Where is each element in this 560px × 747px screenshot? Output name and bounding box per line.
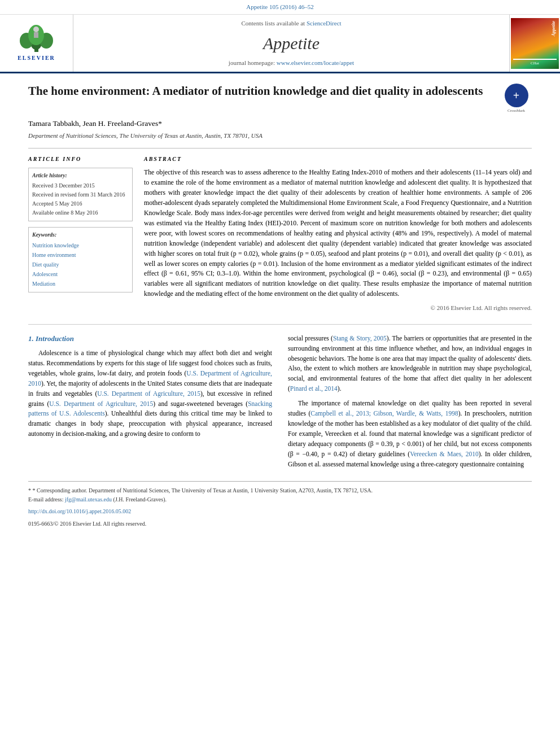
campbell-link[interactable]: Campbell et al., 2013; Gibson, Wardle, &… [310,410,458,417]
keyword-adolescent: Adolescent [32,269,129,279]
received-date: Received 3 December 2015 [32,181,129,190]
homepage-link[interactable]: www.elsevier.com/locate/appet [277,59,354,66]
keywords-label: Keywords: [32,231,129,239]
svg-rect-6 [34,32,38,38]
sciencedirect-link[interactable]: ScienceDirect [307,20,342,27]
keyword-diet: Diet quality [32,260,129,269]
elsevier-tree-icon [15,25,58,53]
crossmark-symbol: + [513,88,519,103]
page-wrapper: Appetite 105 (2016) 46–52 ELSEVIER Conte… [0,0,560,534]
homepage-line: journal homepage: www.elsevier.com/locat… [229,59,354,67]
journal-reference-bar: Appetite 105 (2016) 46–52 [0,0,560,15]
intro-left-column: 1. Introduction Adolescence is a time of… [28,334,272,470]
journal-header: ELSEVIER Contents lists available at Sci… [0,15,560,73]
article-info-label: Article Info [28,155,133,163]
crossmark-badge[interactable]: + CrossMark [501,84,532,114]
usda-2010-link[interactable]: U.S. Department of Agriculture, 2010 [28,370,272,387]
history-label: Article history: [32,172,129,180]
pinard-link[interactable]: Pinard et al., 2014 [290,385,338,392]
journal-ref-text: Appetite 105 (2016) 46–52 [246,3,313,10]
issn-section: 0195-6663/© 2016 Elsevier Ltd. All right… [0,517,560,534]
crossmark-circle: + [505,84,528,107]
article-meta-row: Article Info Article history: Received 3… [28,148,532,312]
affiliation-line: Department of Nutritional Sciences, The … [28,132,532,140]
authors-line: Tamara Tabbakh, Jean H. Freeland-Graves* [28,119,532,129]
issn-text: 0195-6663/© 2016 Elsevier Ltd. All right… [28,521,146,527]
keywords-block: Keywords: Nutrition knowledge Home envir… [28,227,133,292]
article-info-column: Article Info Article history: Received 3… [28,155,133,312]
intro-para-right-1: social pressures (Stang & Story, 2005). … [288,334,532,395]
revised-date: Received in revised form 31 March 2016 [32,190,129,199]
appetite-cover-image: Appetite CHat [511,18,559,69]
abstract-label: Abstract [144,155,532,163]
journal-title: Appetite [263,32,320,55]
doi-link[interactable]: http://dx.doi.org/10.1016/j.appet.2016.0… [28,508,131,514]
footnote-section: * * Corresponding author. Department of … [28,481,532,504]
elsevier-logo-area: ELSEVIER [0,15,73,72]
stang-story-link[interactable]: Stang & Story, 2005 [333,335,387,342]
contents-line: Contents lists available at ScienceDirec… [241,19,341,28]
intro-para-right-2: The importance of maternal knowledge on … [288,399,532,470]
footnote-star: * * Corresponding author. Department of … [28,486,532,495]
footnote-email: E-mail address: jfg@mail.utexas.edu (J.H… [28,496,532,504]
vereecken-maes-link[interactable]: Vereecken & Maes, 2010 [410,451,479,457]
accepted-date: Accepted 5 May 2016 [32,199,129,208]
cover-appetite-label: Appetite [550,21,557,36]
online-date: Available online 8 May 2016 [32,208,129,217]
crossmark-label: CrossMark [508,108,525,114]
article-title: The home environment: A mediator of nutr… [28,84,494,99]
doi-section: http://dx.doi.org/10.1016/j.appet.2016.0… [0,504,560,517]
section-divider [28,324,532,325]
keyword-home: Home environment [32,250,129,260]
copyright-line: © 2016 Elsevier Ltd. All rights reserved… [144,304,532,312]
abstract-text: The objective of this research was to as… [144,168,532,299]
intro-heading: 1. Introduction [28,334,272,344]
intro-right-column: social pressures (Stang & Story, 2005). … [288,334,532,470]
introduction-section: 1. Introduction Adolescence is a time of… [0,334,560,470]
intro-para-1: Adolescence is a time of physiological c… [28,348,272,439]
usda-2015-link[interactable]: U.S. Department of Agriculture, 2015 [97,390,200,397]
appetite-cover-area: Appetite CHat [509,15,560,72]
article-title-row: The home environment: A mediator of nutr… [28,84,532,114]
cover-divider [513,59,557,60]
article-history-block: Article history: Received 3 December 201… [28,168,133,221]
abstract-column: Abstract The objective of this research … [144,155,532,312]
usda-2015-link2[interactable]: U.S. Department of Agriculture, 2015 [49,400,153,407]
email-link[interactable]: jfg@mail.utexas.edu [65,496,112,503]
article-content: The home environment: A mediator of nutr… [0,73,560,318]
journal-center-info: Contents lists available at ScienceDirec… [73,15,509,72]
cover-chat-text: CHat [531,61,539,67]
keyword-nutrition: Nutrition knowledge [32,241,129,250]
elsevier-brand-text: ELSEVIER [18,54,55,62]
keyword-mediation: Mediation [32,279,129,289]
svg-point-5 [33,27,39,32]
